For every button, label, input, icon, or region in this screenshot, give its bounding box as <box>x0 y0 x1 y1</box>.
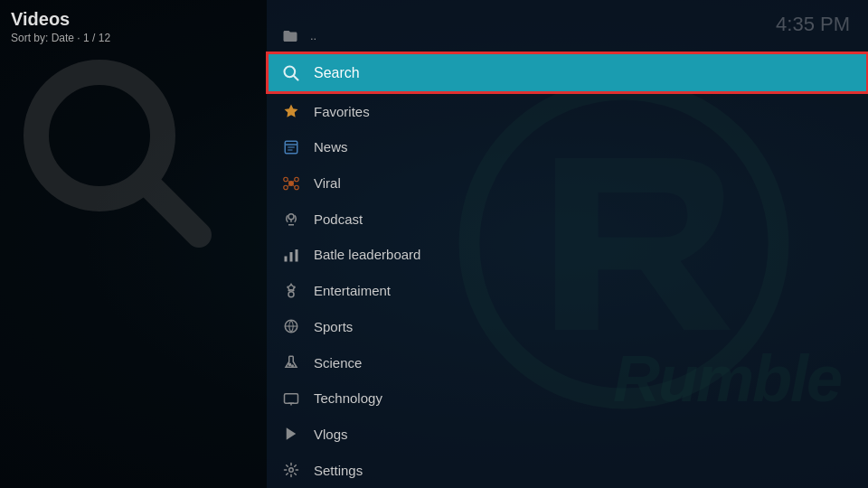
svg-point-26 <box>288 363 290 365</box>
svg-point-19 <box>288 214 294 220</box>
svg-line-17 <box>288 184 289 186</box>
menu-item-news[interactable]: News <box>267 129 868 165</box>
svg-line-2 <box>149 185 199 235</box>
svg-marker-31 <box>287 428 297 441</box>
magnifier-background-icon <box>18 54 217 253</box>
menu-item-sports[interactable]: Sports <box>267 308 868 344</box>
svg-line-16 <box>293 180 295 182</box>
sports-label: Sports <box>314 319 353 334</box>
news-label: News <box>314 139 348 155</box>
svg-rect-20 <box>285 256 288 261</box>
play-icon <box>281 424 301 444</box>
back-label: .. <box>310 29 316 42</box>
svg-point-14 <box>295 185 299 190</box>
svg-point-32 <box>289 468 294 473</box>
battle-label: Batle leaderboard <box>314 247 420 262</box>
svg-point-23 <box>288 291 294 296</box>
podcast-label: Podcast <box>314 211 363 227</box>
technology-label: Technology <box>314 390 382 406</box>
menu-item-technology[interactable]: Technology <box>267 380 868 417</box>
menu-item-podcast[interactable]: Podcast <box>267 201 868 237</box>
search-label: Search <box>314 65 360 81</box>
svg-line-4 <box>294 75 298 80</box>
svg-point-27 <box>292 365 294 367</box>
viral-label: Viral <box>314 175 341 191</box>
title-area: Videos Sort by: Date · 1 / 12 <box>11 9 110 44</box>
svg-marker-5 <box>285 105 298 117</box>
menu-item-viral[interactable]: Viral <box>267 165 868 202</box>
technology-icon <box>281 389 301 408</box>
menu-item-battle[interactable]: Batle leaderboard <box>267 237 868 273</box>
sports-icon <box>281 316 301 336</box>
menu-item-science[interactable]: Science <box>267 344 868 380</box>
folder-icon <box>281 27 299 45</box>
viral-icon <box>281 174 301 193</box>
svg-rect-28 <box>285 393 298 403</box>
menu-item-search[interactable]: Search <box>267 52 868 94</box>
search-icon <box>281 63 301 83</box>
menu-item-settings[interactable]: Settings <box>267 452 868 488</box>
left-panel <box>0 0 267 488</box>
svg-point-13 <box>284 185 288 190</box>
svg-line-15 <box>288 180 289 182</box>
page-subtitle: Sort by: Date · 1 / 12 <box>11 32 110 44</box>
news-icon <box>281 137 301 157</box>
menu-item-entertainment[interactable]: Entertaiment <box>267 273 868 309</box>
svg-line-18 <box>293 184 295 186</box>
vlogs-label: Vlogs <box>314 427 348 442</box>
menu-list: .. Search Favorites New <box>267 0 868 488</box>
svg-rect-22 <box>296 249 298 262</box>
menu-item-favorites[interactable]: Favorites <box>267 93 868 129</box>
svg-point-12 <box>295 177 299 182</box>
page-title: Videos <box>11 9 110 30</box>
svg-rect-21 <box>290 252 293 262</box>
battle-icon <box>281 245 301 265</box>
science-label: Science <box>314 355 362 371</box>
svg-point-11 <box>284 177 288 182</box>
menu-item-vlogs[interactable]: Vlogs <box>267 417 868 453</box>
settings-icon <box>281 460 301 480</box>
podcast-icon <box>281 209 301 229</box>
settings-label: Settings <box>314 463 363 478</box>
favorites-label: Favorites <box>314 104 370 119</box>
back-item[interactable]: .. <box>267 20 868 52</box>
entertainment-label: Entertaiment <box>314 283 391 298</box>
science-icon <box>281 352 301 372</box>
entertainment-icon <box>281 281 301 301</box>
star-icon <box>281 101 301 121</box>
